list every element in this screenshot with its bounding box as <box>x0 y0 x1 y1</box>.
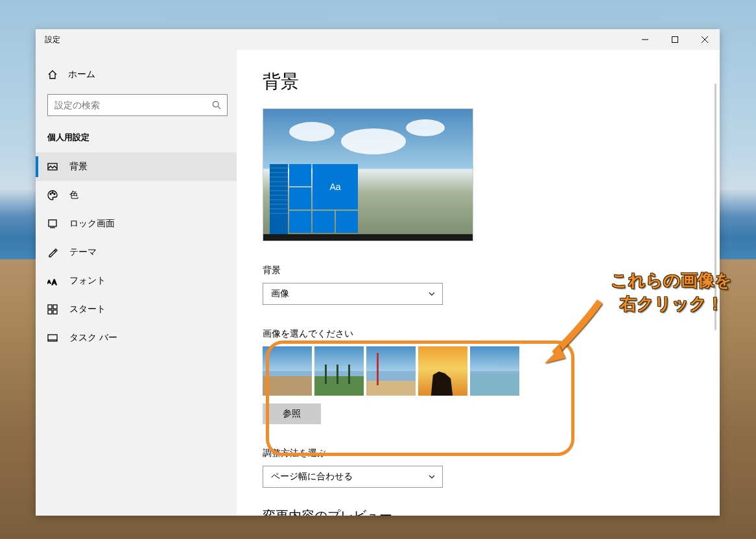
bg-thumbnail[interactable] <box>263 346 312 396</box>
font-icon: AA <box>47 276 58 286</box>
nav-label: タスク バー <box>69 332 117 344</box>
preview-heading: 変更内容のプレビュー <box>263 507 687 516</box>
fit-label: 調整方法を選ぶ <box>263 448 687 459</box>
annotation-line2: 右クリック！ <box>611 292 732 315</box>
bg-thumbnail[interactable] <box>470 346 519 396</box>
choose-image-label: 画像を選んでください <box>263 328 687 340</box>
sidebar-item-taskbar[interactable]: タスク バー <box>36 324 237 352</box>
bg-thumbnail[interactable] <box>366 346 416 396</box>
nav-label: スタート <box>69 304 106 315</box>
lockscreen-icon <box>47 219 58 229</box>
bg-type-value: 画像 <box>271 288 289 300</box>
desktop-preview: Aa <box>263 108 473 241</box>
svg-rect-17 <box>53 310 57 314</box>
sample-tile: Aa <box>313 164 358 210</box>
search-icon <box>212 101 221 110</box>
sidebar-item-color[interactable]: 色 <box>36 181 237 210</box>
nav-label: 背景 <box>69 161 88 173</box>
svg-rect-10 <box>49 220 56 226</box>
sidebar: ホーム 個人用設定 背景 色 ロック画面 <box>36 50 237 516</box>
browse-button[interactable]: 参照 <box>263 403 321 424</box>
nav-label: ロック画面 <box>69 218 115 230</box>
background-icon <box>47 162 58 172</box>
search-box[interactable] <box>47 94 228 116</box>
fit-value: ページ幅に合わせる <box>271 471 353 483</box>
nav-label: フォント <box>69 275 106 287</box>
sidebar-item-background[interactable]: 背景 <box>36 152 237 181</box>
svg-point-9 <box>54 193 55 195</box>
image-thumbnails <box>263 346 687 396</box>
svg-point-4 <box>213 101 219 107</box>
sidebar-item-lockscreen[interactable]: ロック画面 <box>36 210 237 238</box>
svg-text:A: A <box>52 278 57 286</box>
nav-label: 色 <box>69 189 78 201</box>
annotation-line1: これらの画像を <box>611 269 732 292</box>
svg-point-7 <box>50 193 51 195</box>
window-controls <box>630 29 720 50</box>
start-icon <box>47 304 58 315</box>
svg-line-5 <box>218 106 220 109</box>
search-input[interactable] <box>47 94 228 116</box>
sidebar-item-start[interactable]: スタート <box>36 295 237 324</box>
close-button[interactable] <box>690 29 720 50</box>
home-label: ホーム <box>68 69 95 80</box>
bg-type-select[interactable]: 画像 <box>263 283 443 305</box>
page-title: 背景 <box>263 69 687 94</box>
bg-thumbnail[interactable] <box>418 346 467 396</box>
maximize-button[interactable] <box>660 29 690 50</box>
sidebar-item-font[interactable]: AA フォント <box>36 267 237 295</box>
svg-point-8 <box>52 192 53 193</box>
bg-thumbnail[interactable] <box>314 346 364 396</box>
start-menu-mock: Aa <box>270 164 358 234</box>
chevron-down-icon <box>428 473 436 481</box>
home-button[interactable]: ホーム <box>36 62 237 88</box>
minimize-button[interactable] <box>630 29 660 50</box>
svg-rect-15 <box>53 305 57 309</box>
svg-rect-16 <box>48 310 52 314</box>
chevron-down-icon <box>428 290 436 298</box>
svg-rect-14 <box>48 305 52 309</box>
color-icon <box>47 190 58 200</box>
taskbar-icon <box>47 333 58 343</box>
window-title: 設定 <box>45 34 60 45</box>
nav-label: テーマ <box>69 246 97 258</box>
annotation-text: これらの画像を 右クリック！ <box>611 269 732 316</box>
theme-icon <box>47 247 58 258</box>
svg-rect-1 <box>672 37 678 43</box>
category-label: 個人用設定 <box>36 119 237 152</box>
sidebar-item-theme[interactable]: テーマ <box>36 238 237 267</box>
title-bar: 設定 <box>36 29 720 50</box>
svg-text:A: A <box>47 279 51 285</box>
fit-select[interactable]: ページ幅に合わせる <box>263 466 443 488</box>
taskbar-mock <box>263 234 473 241</box>
